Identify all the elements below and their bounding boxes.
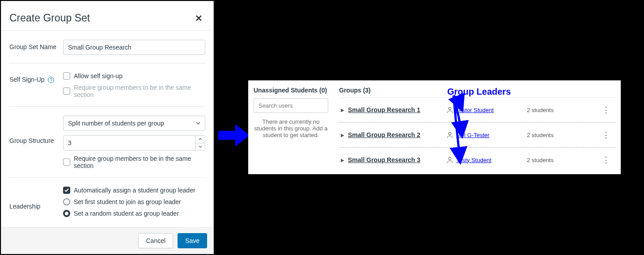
leader-random-radio-row[interactable]: Set a random student as group leader [63, 210, 205, 217]
section-self-signup: Self Sign-Up ? Allow self sign-up Requir… [9, 63, 205, 107]
step-down-button[interactable] [195, 143, 205, 150]
dialog-header: Create Group Set ✕ [1, 1, 213, 31]
section-leadership: Leadership Automatically assign a studen… [9, 178, 205, 225]
cancel-button[interactable]: Cancel [138, 233, 173, 248]
structure-same-section-label: Require group members to be in the same … [74, 155, 205, 169]
group-count-stepper[interactable] [63, 135, 205, 150]
close-icon[interactable]: ✕ [192, 14, 205, 23]
chevron-down-icon [199, 146, 202, 148]
chevron-up-icon [199, 138, 202, 140]
group-count-input[interactable] [64, 136, 195, 150]
annotation-arrow-icon [215, 120, 250, 151]
label-self-signup: Self Sign-Up ? [9, 72, 63, 83]
checkbox-icon[interactable] [63, 72, 70, 79]
step-up-button[interactable] [195, 136, 205, 143]
svg-point-3 [449, 132, 451, 135]
search-users-input[interactable] [254, 98, 328, 113]
dialog-body: Group Set Name Self Sign-Up ? Allow self… [1, 31, 213, 227]
auto-assign-leader-row[interactable]: Automatically assign a student group lea… [63, 187, 205, 194]
row-menu-icon[interactable]: ⋮ [598, 105, 614, 115]
radio-icon[interactable] [63, 198, 70, 205]
structure-select[interactable]: Split number of students per group [63, 116, 205, 131]
signup-same-section-row[interactable]: Require group members to be in the same … [63, 84, 205, 98]
label-leadership: Leadership [9, 187, 63, 210]
group-leader-cell: Testor Student [446, 106, 527, 113]
student-count: 2 students [527, 157, 598, 163]
group-set-name-input[interactable] [63, 40, 205, 55]
group-leader-link[interactable]: Mel G-Tester [456, 132, 489, 138]
signup-same-section-label: Require group members to be in the same … [74, 84, 205, 98]
chevron-down-icon [196, 121, 200, 125]
help-icon[interactable]: ? [48, 77, 54, 83]
label-group-structure: Group Structure [9, 116, 63, 144]
section-group-structure: Group Structure Split number of students… [9, 107, 205, 178]
svg-marker-1 [235, 124, 250, 146]
allow-self-signup-row[interactable]: Allow self sign-up [63, 72, 205, 79]
expand-icon[interactable]: ▶ [341, 133, 348, 138]
unassigned-column: Unassigned Students (0) There are curren… [248, 80, 334, 174]
checkbox-icon[interactable] [63, 88, 70, 95]
group-name-link[interactable]: Small Group Research 2 [348, 131, 446, 138]
person-icon [446, 106, 453, 113]
group-leader-link[interactable]: Testy Student [456, 157, 491, 163]
unassigned-empty-message: There are currently no students in this … [254, 118, 328, 138]
label-group-set-name: Group Set Name [9, 40, 63, 50]
svg-rect-0 [218, 131, 236, 140]
expand-icon[interactable]: ▶ [341, 108, 348, 113]
unassigned-title: Unassigned Students (0) [254, 87, 328, 94]
group-row: ▶ Small Group Research 3 Testy Student 2… [339, 147, 615, 172]
student-count: 2 students [527, 107, 598, 113]
section-group-set-name: Group Set Name [9, 31, 205, 63]
annotation-label: Group Leaders [447, 87, 511, 97]
group-row: ▶ Small Group Research 2 Mel G-Tester 2 … [339, 122, 615, 147]
svg-point-2 [449, 107, 451, 110]
create-group-set-dialog: Create Group Set ✕ Group Set Name Self S… [1, 1, 214, 254]
dialog-title: Create Group Set [9, 12, 90, 24]
group-name-link[interactable]: Small Group Research 1 [348, 106, 446, 113]
structure-select-value: Split number of students per group [68, 120, 164, 127]
groups-panel: Unassigned Students (0) There are curren… [248, 80, 621, 174]
save-button[interactable]: Save [178, 233, 207, 248]
allow-self-signup-label: Allow self sign-up [74, 72, 123, 79]
person-icon [446, 131, 453, 138]
group-name-link[interactable]: Small Group Research 3 [348, 156, 446, 163]
person-icon [446, 156, 453, 163]
row-menu-icon[interactable]: ⋮ [598, 130, 614, 140]
group-leader-cell: Testy Student [446, 156, 527, 163]
structure-same-section-row[interactable]: Require group members to be in the same … [63, 155, 205, 169]
leader-first-label: Set first student to join as group leade… [74, 198, 181, 205]
checkbox-icon[interactable] [63, 159, 70, 166]
leader-first-radio-row[interactable]: Set first student to join as group leade… [63, 198, 205, 205]
leader-random-label: Set a random student as group leader [74, 210, 179, 217]
checkbox-icon[interactable] [63, 187, 70, 194]
student-count: 2 students [527, 132, 598, 138]
group-leader-cell: Mel G-Tester [446, 131, 527, 138]
expand-icon[interactable]: ▶ [341, 158, 348, 163]
row-menu-icon[interactable]: ⋮ [598, 155, 614, 165]
dialog-footer: Cancel Save [1, 227, 213, 254]
auto-assign-leader-label: Automatically assign a student group lea… [74, 187, 195, 194]
group-row: ▶ Small Group Research 1 Testor Student … [339, 97, 615, 122]
svg-point-4 [449, 157, 451, 160]
radio-icon[interactable] [63, 210, 70, 217]
group-leader-link[interactable]: Testor Student [456, 107, 494, 113]
